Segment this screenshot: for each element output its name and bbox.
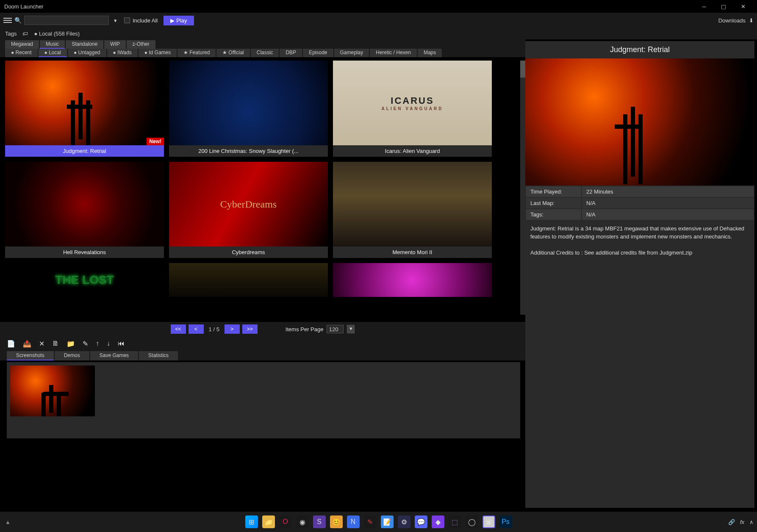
terminal-icon[interactable]: ▣ xyxy=(482,515,495,528)
filter-tab-untagged[interactable]: ● Untagged xyxy=(68,49,106,57)
start-icon[interactable]: ⊞ xyxy=(245,515,258,528)
window-buttons: ─ ▢ ✕ xyxy=(694,0,753,13)
explorer-icon[interactable]: 📁 xyxy=(262,515,275,528)
down-icon[interactable]: ↓ xyxy=(107,340,110,348)
filter-tab-heretic-hexen[interactable]: Heretic / Hexen xyxy=(370,49,417,57)
rewind-icon[interactable]: ⏮ xyxy=(118,340,125,348)
scrollbar[interactable] xyxy=(520,61,525,315)
close-button[interactable]: ✕ xyxy=(733,0,753,13)
download-icon: ⬇ xyxy=(749,17,754,24)
game-card[interactable]: Hell Revealations xyxy=(5,162,164,258)
bottom-tab-demos[interactable]: Demos xyxy=(55,351,89,360)
app-icon-3[interactable]: N xyxy=(347,515,360,528)
scrollbar-thumb[interactable] xyxy=(520,61,525,78)
search-input[interactable] xyxy=(24,16,109,25)
downloads-link[interactable]: Downloads ⬇ xyxy=(718,17,754,24)
taskbar-expand-icon[interactable]: ▲ xyxy=(5,519,11,525)
ipp-input[interactable] xyxy=(327,325,344,333)
pager-last[interactable]: >> xyxy=(242,324,258,334)
category-tab-z-other[interactable]: z-Other xyxy=(127,40,155,49)
search-icon[interactable]: 🔍 xyxy=(14,17,22,24)
filter-tab-gameplay[interactable]: Gameplay xyxy=(334,49,369,57)
tray-chevron-icon[interactable]: ∧ xyxy=(749,519,754,525)
app-icon-5[interactable]: ⚙ xyxy=(398,515,410,528)
play-button[interactable]: ▶Play xyxy=(164,16,194,25)
game-thumb xyxy=(333,263,492,297)
tray-link-icon[interactable]: 🔗 xyxy=(728,519,735,525)
items-per-page: Items Per Page ▾ xyxy=(286,325,355,333)
downloads-label: Downloads xyxy=(718,17,746,24)
folder-icon[interactable]: 📁 xyxy=(67,340,75,348)
tag-icon[interactable]: 🏷 xyxy=(22,30,28,37)
photoshop-icon[interactable]: Ps xyxy=(499,515,512,528)
maximize-button[interactable]: ▢ xyxy=(714,0,733,13)
bottom-tab-save-games[interactable]: Save Games xyxy=(90,351,138,360)
detail-row: Time Played:22 Minutes xyxy=(526,186,754,197)
category-tab-megawad[interactable]: Megawad xyxy=(5,40,39,49)
filter-tab-episode[interactable]: Episode xyxy=(303,49,333,57)
game-card[interactable]: THE LOST xyxy=(5,263,164,297)
filter-tab-local[interactable]: ● Local xyxy=(39,49,67,57)
category-tab-music[interactable]: Music xyxy=(40,40,65,49)
delete-icon[interactable]: ✕ xyxy=(39,340,44,348)
ipp-dropdown[interactable]: ▾ xyxy=(347,325,355,333)
tags-local[interactable]: ● Local (558 Files) xyxy=(34,30,80,37)
filter-tab-maps[interactable]: Maps xyxy=(418,49,442,57)
tray-fx-icon[interactable]: fx xyxy=(740,519,744,525)
pager-first[interactable]: << xyxy=(171,324,186,334)
new-badge: New! xyxy=(147,138,164,145)
detail-description: Judgment: Retrial is a 34 map MBF21 mega… xyxy=(525,221,754,261)
game-card[interactable]: Memento Mori II xyxy=(333,162,492,258)
opera-icon[interactable]: O xyxy=(279,515,292,528)
discord-icon[interactable]: 💬 xyxy=(415,515,427,528)
game-card[interactable]: ICARUSALIEN VANGUARDIcarus: Alien Vangua… xyxy=(333,61,492,157)
steam-icon[interactable]: ◉ xyxy=(296,515,309,528)
filter-tab-id-games[interactable]: ● Id Games xyxy=(139,49,177,57)
edit-icon[interactable]: ✎ xyxy=(83,340,88,348)
new-icon[interactable]: 🗎 xyxy=(52,340,59,348)
game-grid: New!Judgment: Retrial200 Line Christmas:… xyxy=(5,61,520,297)
up-icon[interactable]: ↑ xyxy=(96,340,99,348)
include-all-checkbox[interactable] xyxy=(124,17,130,23)
detail-value: N/A xyxy=(582,209,754,220)
include-all-wrap[interactable]: Include All xyxy=(124,17,158,24)
github-icon[interactable]: ◯ xyxy=(466,515,478,528)
add-file-icon[interactable]: 📄 xyxy=(7,340,15,348)
app-icon-2[interactable]: 😊 xyxy=(330,515,343,528)
vs-icon[interactable]: ⬚ xyxy=(449,515,461,528)
game-card[interactable]: 200 Line Christmas: Snowy Slaughter (... xyxy=(169,61,328,157)
export-icon[interactable]: 📤 xyxy=(23,340,31,348)
detail-row: Last Map:N/A xyxy=(526,198,754,208)
game-card[interactable]: CyberDreamsCyberdreams xyxy=(169,162,328,258)
pager-next[interactable]: > xyxy=(225,324,240,334)
notepad-icon[interactable]: 📝 xyxy=(381,515,394,528)
filter-tab-classic[interactable]: Classic xyxy=(251,49,279,57)
search-dropdown[interactable]: ▾ xyxy=(111,16,119,25)
app-icon-1[interactable]: S xyxy=(313,515,326,528)
game-thumb xyxy=(333,162,492,247)
filter-tab-featured[interactable]: Featured xyxy=(177,49,216,57)
game-thumb: THE LOST xyxy=(5,263,164,297)
filter-tab-dbp[interactable]: DBP xyxy=(280,49,302,57)
minimize-button[interactable]: ─ xyxy=(694,0,714,13)
filter-tabs: ● Recent● Local● Untagged● IWads● Id Gam… xyxy=(0,49,525,57)
game-thumb xyxy=(5,162,164,247)
app-icon-4[interactable]: ✎ xyxy=(364,515,377,528)
game-card[interactable] xyxy=(169,263,328,297)
filter-tab-official[interactable]: Official xyxy=(216,49,250,57)
game-card[interactable] xyxy=(333,263,492,297)
pager-prev[interactable]: < xyxy=(189,324,204,334)
game-card[interactable]: New!Judgment: Retrial xyxy=(5,61,164,157)
bottom-tab-statistics[interactable]: Statistics xyxy=(139,351,178,360)
filter-tab-iwads[interactable]: ● IWads xyxy=(107,49,138,57)
app-icon-6[interactable]: ◆ xyxy=(432,515,444,528)
pager: << < 1 / 5 > >> Items Per Page ▾ xyxy=(0,322,525,336)
menu-icon[interactable] xyxy=(3,16,12,25)
filter-tab-recent[interactable]: ● Recent xyxy=(5,49,38,57)
category-tab-standalone[interactable]: Standalone xyxy=(66,40,103,49)
screenshot-thumb[interactable] xyxy=(10,366,95,416)
bottom-tab-screenshots[interactable]: Screenshots xyxy=(7,351,54,360)
tags-row: Tags 🏷 ● Local (558 Files) xyxy=(0,28,757,39)
detail-title: Judgment: Retrial xyxy=(525,41,754,58)
category-tab-wip[interactable]: WIP xyxy=(104,40,126,49)
